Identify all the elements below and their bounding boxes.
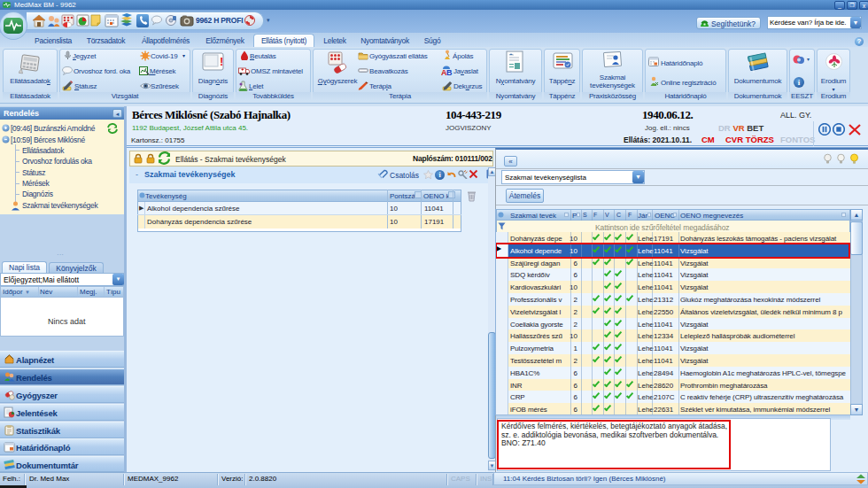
svg-text:B: B [446, 68, 453, 76]
svg-text:!: ! [220, 55, 223, 68]
